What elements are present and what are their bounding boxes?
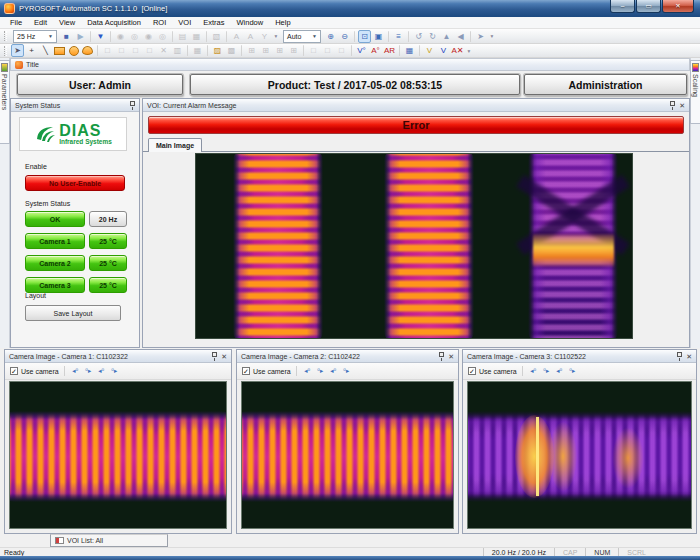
camera-connect-icon[interactable]: ◂⁰ <box>70 365 81 378</box>
alarm-absolute-icon[interactable]: A° <box>369 44 382 57</box>
scaling-tab[interactable]: Scaling <box>690 60 700 124</box>
report-icon[interactable]: ▧ <box>210 30 223 43</box>
separator[interactable] <box>226 31 227 42</box>
voi-table-icon[interactable]: ▦ <box>403 44 416 57</box>
menu-item[interactable]: View <box>53 17 81 29</box>
menu-item[interactable]: Window <box>230 17 269 29</box>
separator[interactable] <box>351 45 352 56</box>
annotation-a2-icon[interactable]: A <box>244 30 257 43</box>
status-left-button[interactable]: Camera 1 <box>25 233 85 249</box>
toolbar-overflow-icon[interactable]: ▾ <box>488 30 496 43</box>
filter-icon[interactable]: ▼ <box>94 30 107 43</box>
user-button[interactable]: User: Admin <box>17 74 183 95</box>
separator[interactable] <box>388 31 389 42</box>
status-right-button[interactable]: 25 °C <box>89 233 127 249</box>
close-icon[interactable]: ✕ <box>448 353 454 360</box>
camera-focus-near-icon[interactable]: ◂⁰ <box>328 365 339 378</box>
enable-status-button[interactable]: No User-Enable <box>25 175 125 191</box>
clear-roi-icon[interactable]: ▥ <box>171 44 184 57</box>
use-camera-checkbox[interactable]: ✓ <box>242 367 250 375</box>
separator[interactable] <box>399 45 400 56</box>
roi-color-icon[interactable]: ▨ <box>211 44 224 57</box>
pin-icon[interactable] <box>439 352 444 357</box>
voi-export-icon[interactable]: V <box>423 44 436 57</box>
duplicate-roi-icon[interactable]: □ <box>129 44 142 57</box>
status-left-button[interactable]: OK <box>25 211 85 227</box>
order-back-icon[interactable]: □ <box>321 44 334 57</box>
camera-disconnect-icon[interactable]: ⁰▸ <box>541 365 552 378</box>
menu-item[interactable]: Data Acquisition <box>81 17 147 29</box>
paste-roi-icon[interactable]: □ <box>115 44 128 57</box>
delete-roi-icon[interactable]: ✕ <box>157 44 170 57</box>
separator[interactable] <box>419 45 420 56</box>
separator[interactable] <box>470 31 471 42</box>
camera-focus-near-icon[interactable]: ◂⁰ <box>554 365 565 378</box>
align-left-icon[interactable]: ⊞ <box>245 44 258 57</box>
draw-polygon-icon[interactable] <box>81 44 94 57</box>
zoom-actual-icon[interactable]: ▣ <box>372 30 385 43</box>
camera-focus-far-icon[interactable]: ⁰▸ <box>341 365 352 378</box>
separator[interactable] <box>172 31 173 42</box>
camera-connect-icon[interactable]: ◂⁰ <box>302 365 313 378</box>
snapshot-stop-icon[interactable]: ◎ <box>156 30 169 43</box>
draw-ellipse-icon[interactable] <box>67 44 80 57</box>
voi-import-icon[interactable]: V <box>437 44 450 57</box>
parameters-tab[interactable]: Parameters <box>0 60 10 144</box>
annotation-y-icon[interactable]: Y <box>258 30 271 43</box>
menu-item[interactable]: File <box>4 17 28 29</box>
scaling-mode-combobox[interactable]: Auto▼ <box>283 30 321 43</box>
zoom-in-icon[interactable]: ⊕ <box>324 30 337 43</box>
status-right-button[interactable]: 20 Hz <box>89 211 127 227</box>
save-image-icon[interactable]: ▤ <box>176 30 189 43</box>
toolbar-overflow-icon[interactable]: ▾ <box>465 44 473 57</box>
alarm-relative-icon[interactable]: AR <box>383 44 396 57</box>
draw-rectangle-icon[interactable] <box>53 44 66 57</box>
separator[interactable] <box>90 31 91 42</box>
record-start-icon[interactable]: ◉ <box>114 30 127 43</box>
voi-value-icon[interactable]: V° <box>355 44 368 57</box>
status-left-button[interactable]: Camera 2 <box>25 255 85 271</box>
separator[interactable] <box>241 45 242 56</box>
grid-icon[interactable]: ▦ <box>191 44 204 57</box>
alarm-delete-icon[interactable]: A✕ <box>451 44 464 57</box>
camera-focus-far-icon[interactable]: ⁰▸ <box>109 365 120 378</box>
rotate-left-icon[interactable]: ↺ <box>412 30 425 43</box>
align-top-icon[interactable]: ⊞ <box>273 44 286 57</box>
move-roi-icon[interactable]: □ <box>143 44 156 57</box>
separator[interactable] <box>207 45 208 56</box>
separator[interactable] <box>303 45 304 56</box>
flip-horizontal-icon[interactable]: ▲ <box>440 30 453 43</box>
pin-icon[interactable] <box>670 101 675 106</box>
play-icon[interactable]: ▶ <box>74 30 87 43</box>
annotation-a1-icon[interactable]: A <box>230 30 243 43</box>
separator[interactable] <box>354 31 355 42</box>
add-point-icon[interactable]: + <box>25 44 38 57</box>
pin-icon[interactable] <box>212 352 217 357</box>
menu-item[interactable]: VOI <box>172 17 197 29</box>
camera-disconnect-icon[interactable]: ⁰▸ <box>315 365 326 378</box>
use-camera-checkbox[interactable]: ✓ <box>10 367 18 375</box>
separator[interactable] <box>408 31 409 42</box>
minimize-button[interactable]: – <box>610 0 635 13</box>
close-icon[interactable]: ✕ <box>221 353 227 360</box>
draw-line-icon[interactable]: ╲ <box>39 44 52 57</box>
camera-focus-near-icon[interactable]: ◂⁰ <box>96 365 107 378</box>
layout-list-icon[interactable]: ≡ <box>392 30 405 43</box>
align-right-icon[interactable]: ⊞ <box>259 44 272 57</box>
zoom-fit-icon[interactable]: ⊡ <box>358 30 371 43</box>
use-camera-checkbox[interactable]: ✓ <box>468 367 476 375</box>
camera-connect-icon[interactable]: ◂⁰ <box>528 365 539 378</box>
toolbar-grip[interactable] <box>4 46 7 56</box>
menu-item[interactable]: ROI <box>147 17 172 29</box>
select-icon[interactable]: ➤ <box>11 44 24 57</box>
separator[interactable] <box>110 31 111 42</box>
voi-list-tab[interactable]: VOI List: All <box>50 534 168 547</box>
menu-item[interactable]: Edit <box>28 17 53 29</box>
snapshot-start-icon[interactable]: ◉ <box>142 30 155 43</box>
pointer-icon[interactable]: ➤ <box>474 30 487 43</box>
group-icon[interactable]: □ <box>335 44 348 57</box>
administration-button[interactable]: Administration <box>524 74 687 95</box>
save-sequence-icon[interactable]: ▦ <box>190 30 203 43</box>
status-right-button[interactable]: 25 °C <box>89 277 127 293</box>
status-left-button[interactable]: Camera 3 <box>25 277 85 293</box>
